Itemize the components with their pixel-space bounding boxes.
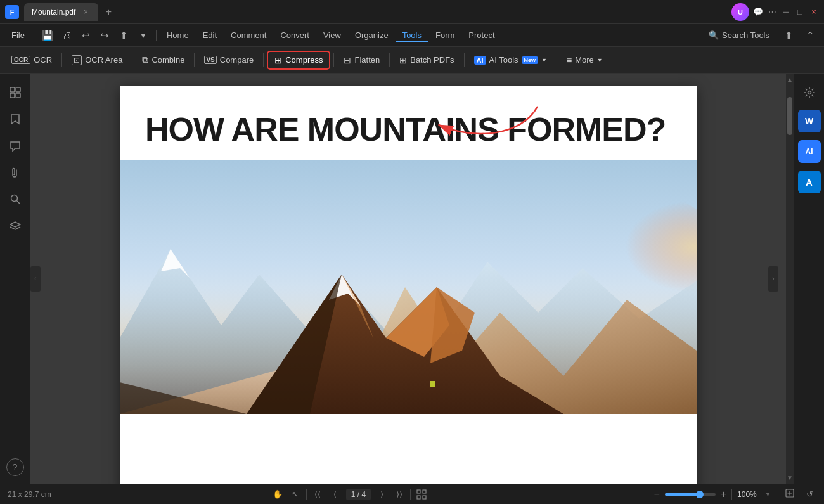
- collapse-icon[interactable]: ⌃: [801, 27, 819, 44]
- batch-pdfs-button[interactable]: ⊞ Batch PDFs: [393, 52, 460, 68]
- help-icon[interactable]: ?: [6, 458, 24, 476]
- compare-button[interactable]: VS Compare: [198, 52, 260, 68]
- layers-icon[interactable]: [4, 214, 27, 237]
- comments-icon[interactable]: [4, 134, 27, 157]
- window-controls: U 💬 ⋯ ─ □ ×: [731, 3, 819, 21]
- svg-rect-1: [16, 87, 20, 92]
- toolbar-sep-5: [333, 53, 334, 67]
- toolbar-sep-1: [61, 53, 62, 67]
- chat-icon[interactable]: 💬: [753, 7, 763, 17]
- nav-prev-button[interactable]: ⟨: [328, 488, 342, 501]
- scroll-thumb[interactable]: [787, 97, 792, 135]
- combine-icon: ⧉: [142, 55, 148, 65]
- status-center: ✋ ↖ ⟨⟨ ⟨ 1 / 4 ⟩ ⟩⟩: [271, 488, 428, 501]
- print-icon[interactable]: 🖨: [58, 27, 76, 44]
- svg-rect-21: [417, 490, 420, 493]
- pdf-image: [120, 160, 697, 414]
- new-tab-button[interactable]: +: [101, 4, 116, 20]
- zoom-in-button[interactable]: +: [721, 489, 726, 500]
- ocr-button[interactable]: OCR OCR: [5, 52, 58, 68]
- menu-home[interactable]: Home: [160, 28, 195, 42]
- word-plugin-button[interactable]: W: [798, 110, 821, 132]
- more-dropdown-icon: ▼: [597, 57, 603, 63]
- batch-pdfs-label: Batch PDFs: [410, 55, 454, 65]
- combine-label: Combine: [151, 55, 184, 65]
- menu-form[interactable]: Form: [429, 28, 461, 42]
- ai-tools-button[interactable]: AI AI Tools New ▼: [468, 52, 553, 68]
- attachments-icon[interactable]: [4, 161, 27, 184]
- collapse-left-button[interactable]: ‹: [30, 266, 41, 292]
- zoom-out-button[interactable]: −: [653, 489, 659, 500]
- compress-button[interactable]: ⊞ Compress: [267, 51, 330, 70]
- menu-view[interactable]: View: [317, 28, 347, 42]
- more-options-icon[interactable]: ⋯: [767, 7, 777, 17]
- status-sep-2: [410, 489, 411, 500]
- search-tools-button[interactable]: 🔍 Search Tools: [702, 28, 776, 42]
- save-icon[interactable]: 💾: [39, 27, 57, 44]
- menu-tools[interactable]: Tools: [396, 28, 428, 42]
- menu-convert[interactable]: Convert: [274, 28, 316, 42]
- menu-organize[interactable]: Organize: [349, 28, 395, 42]
- zoom-dropdown-icon[interactable]: ▼: [765, 491, 771, 498]
- ai-tools-dropdown: ▼: [541, 57, 547, 63]
- nav-first-button[interactable]: ⟨⟨: [311, 488, 325, 501]
- menu-comment[interactable]: Comment: [224, 28, 273, 42]
- more-tools-button[interactable]: ≡ More ▼: [560, 52, 609, 68]
- nav-next-button[interactable]: ⟩: [375, 488, 389, 501]
- combine-button[interactable]: ⧉ Combine: [136, 51, 191, 68]
- zoom-slider[interactable]: [665, 493, 716, 496]
- toolbar: OCR OCR ⊡ OCR Area ⧉ Combine VS Compare …: [0, 47, 824, 74]
- status-bar: 21 x 29.7 cm ✋ ↖ ⟨⟨ ⟨ 1 / 4 ⟩ ⟩⟩ − + 100…: [0, 484, 824, 504]
- status-sep-3: [648, 489, 648, 500]
- undo-icon[interactable]: ↩: [77, 27, 95, 44]
- mountain-background: [120, 160, 697, 414]
- azure-plugin-button[interactable]: A: [798, 171, 821, 193]
- rotate-button[interactable]: ↺: [803, 488, 816, 500]
- close-button[interactable]: ×: [809, 7, 819, 17]
- fit-page-button[interactable]: [782, 487, 798, 501]
- upload-icon[interactable]: ⬆: [780, 27, 797, 44]
- minimize-button[interactable]: ─: [781, 7, 791, 17]
- ocr-area-icon: ⊡: [72, 55, 82, 65]
- fit-window-button[interactable]: [415, 488, 428, 501]
- flatten-label: Flatten: [354, 55, 380, 65]
- dropdown-icon[interactable]: ▼: [134, 27, 152, 44]
- search-tools-label: Search Tools: [722, 30, 769, 40]
- menu-edit[interactable]: Edit: [196, 28, 223, 42]
- toolbar-sep-3: [194, 53, 195, 67]
- sidebar-settings-icon[interactable]: [798, 81, 821, 104]
- zoom-thumb[interactable]: [696, 491, 704, 498]
- svg-rect-18: [430, 381, 435, 387]
- ai-tools-icon: AI: [474, 56, 486, 65]
- hand-tool-button[interactable]: ✋: [271, 488, 285, 501]
- scroll-down-button[interactable]: ▼: [785, 473, 794, 482]
- scroll-up-button[interactable]: ▲: [785, 75, 794, 84]
- compare-label: Compare: [220, 55, 254, 65]
- ocr-area-button[interactable]: ⊡ OCR Area: [65, 52, 129, 68]
- svg-rect-22: [423, 490, 426, 493]
- redo-icon[interactable]: ↪: [96, 27, 114, 44]
- scroll-track[interactable]: ▲ ▼: [786, 74, 794, 484]
- user-avatar[interactable]: U: [731, 3, 749, 21]
- ocr-label: OCR: [34, 55, 52, 65]
- svg-rect-0: [10, 87, 15, 92]
- compress-icon: ⊞: [274, 55, 282, 65]
- file-menu[interactable]: File: [5, 28, 31, 42]
- search-sidebar-icon[interactable]: [4, 188, 27, 210]
- thumbnails-icon[interactable]: [4, 81, 27, 104]
- bookmarks-icon[interactable]: [4, 108, 27, 131]
- ai-plugin-button[interactable]: AI: [798, 140, 821, 163]
- page-indicator[interactable]: 1 / 4: [346, 489, 371, 500]
- active-tab[interactable]: Mountain.pdf ×: [24, 3, 98, 21]
- nav-last-button[interactable]: ⟩⟩: [392, 488, 406, 501]
- menu-protect[interactable]: Protect: [462, 28, 501, 42]
- flatten-button[interactable]: ⊟ Flatten: [337, 52, 386, 68]
- collapse-right-button[interactable]: ›: [768, 266, 778, 292]
- tab-close-button[interactable]: ×: [80, 7, 91, 17]
- share-icon[interactable]: ⬆: [115, 27, 133, 44]
- svg-rect-23: [417, 496, 420, 499]
- cursor-tool-button[interactable]: ↖: [288, 488, 302, 501]
- maximize-button[interactable]: □: [795, 7, 805, 17]
- status-sep-1: [306, 489, 307, 500]
- ocr-icon: OCR: [11, 56, 30, 64]
